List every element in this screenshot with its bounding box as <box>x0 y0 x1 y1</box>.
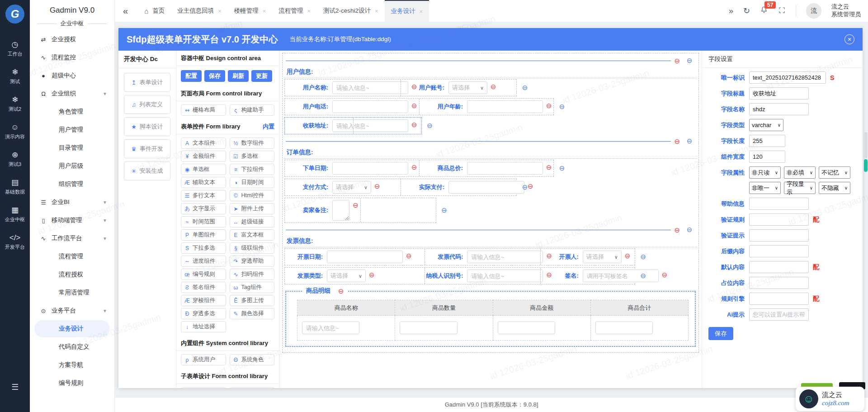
remove-field-icon[interactable]: ⊖ <box>406 252 412 259</box>
close-icon[interactable]: × <box>844 34 854 44</box>
sidebar-item-业务设计[interactable]: 业务设计 <box>34 320 110 337</box>
settings-input-字段标题[interactable] <box>749 87 809 99</box>
settings-input-占位内容[interactable] <box>749 277 809 289</box>
control-富文本框[interactable]: E富文本框 <box>230 229 275 241</box>
dev-button-脚本设计[interactable]: ★脚本设计 <box>124 117 170 136</box>
remove-row-icon[interactable]: ⊖ <box>559 103 565 111</box>
sidebar-item-企业BI[interactable]: ☰企业BI▼ <box>30 193 114 211</box>
field-input[interactable] <box>467 100 543 113</box>
settings-input-规则引擎[interactable] <box>749 293 809 305</box>
control-多选框[interactable]: ☑多选框 <box>230 151 275 162</box>
tab-业务设计[interactable]: 业务设计× <box>385 0 429 22</box>
sidebar-item-移动端管理[interactable]: ▯移动端管理▼ <box>30 211 114 229</box>
remove-field-icon[interactable]: ⊖ <box>411 164 417 170</box>
sidebar-item-代码自定义[interactable]: 代码自定义 <box>30 338 114 356</box>
refresh-icon[interactable]: ↻ <box>743 7 750 15</box>
scrollbar-thumb-accent[interactable] <box>864 159 868 172</box>
control-下拉组件[interactable]: ≡下拉组件 <box>230 164 275 175</box>
control-穿梭组件[interactable]: Æ穿梭组件 <box>181 295 226 306</box>
control-分组组件[interactable]: ς分组组件 <box>181 387 226 388</box>
remove-field-icon[interactable]: ⊖ <box>546 102 552 109</box>
tab-流程管理[interactable]: 流程管理× <box>272 0 317 22</box>
settings-input-默认内容[interactable] <box>749 261 809 273</box>
tabs-scroll-right-icon[interactable]: » <box>729 7 733 15</box>
sidebar-item-常用语管理[interactable]: 常用语管理 <box>30 284 114 302</box>
rail-item-0[interactable]: ◷工作台 <box>8 41 23 57</box>
settings-input-组件宽度[interactable] <box>749 151 785 163</box>
table-cell-input[interactable] <box>400 322 457 334</box>
attribute-select-字段显示[interactable]: 字段显示∨ <box>784 182 816 194</box>
remove-row-icon[interactable]: ⊖ <box>640 253 646 261</box>
user-avatar[interactable]: 流 <box>806 3 821 19</box>
control-文本组件[interactable]: A文本组件 <box>181 137 226 149</box>
tab-首页[interactable]: ⌂首页 <box>138 0 171 22</box>
control-金额组件[interactable]: ¥金额组件 <box>181 151 226 162</box>
tab-close-icon[interactable]: × <box>263 8 266 14</box>
rail-item-5[interactable]: ▤基础数据 <box>5 179 25 195</box>
field-input[interactable] <box>332 100 408 113</box>
control-多行文本[interactable]: ☰多行文本 <box>181 190 226 201</box>
dev-button-表单设计[interactable]: ↥表单设计 <box>124 73 170 92</box>
field-select[interactable]: 请选择∨ <box>327 270 366 282</box>
field-select[interactable]: 请选择∨ <box>332 181 371 194</box>
remove-row-icon[interactable]: ⊖ <box>687 57 693 65</box>
sidebar-item-企业授权[interactable]: ⇄企业授权 <box>30 30 114 48</box>
control-单图组件[interactable]: P单图组件 <box>181 229 226 241</box>
settings-input-唯一标识[interactable] <box>749 71 826 84</box>
sidebar-item-用户层级[interactable]: 用户层级 <box>30 157 114 175</box>
sidebar-item-超级中心[interactable]: ●超级中心 <box>30 66 114 85</box>
control-穿透帮助[interactable]: ↷穿透帮助 <box>230 256 275 267</box>
control-穿透多选[interactable]: Ð穿透多选 <box>181 308 226 319</box>
control-单选框[interactable]: ◉单选框 <box>181 164 226 175</box>
remove-field-icon[interactable]: ⊖ <box>546 164 552 170</box>
control-日期时间[interactable]: ◑日期时间 <box>230 177 275 188</box>
config-link[interactable]: 配 <box>813 263 820 271</box>
fullscreen-icon[interactable] <box>778 6 786 15</box>
attribute-select-不记忆[interactable]: 不记忆∨ <box>819 166 850 179</box>
remove-row-icon[interactable]: ⊖ <box>640 272 646 280</box>
app-logo[interactable]: G <box>5 5 24 24</box>
control-栅格布局[interactable]: ↭栅格布局 <box>181 104 226 116</box>
field-select[interactable]: 请选择∨ <box>583 251 622 263</box>
sidebar-item-企业组织[interactable]: Ω企业组织▼ <box>30 85 114 103</box>
control-多图上传[interactable]: Ê多图上传 <box>230 295 275 306</box>
settings-input-后缀内容[interactable] <box>749 245 809 257</box>
field-input[interactable] <box>327 251 403 263</box>
sidebar-item-工作流平台[interactable]: ∿工作流平台▼ <box>30 229 114 247</box>
dev-button-列表定义[interactable]: ♫列表定义 <box>124 95 170 114</box>
save-button[interactable]: 保存 <box>708 327 733 340</box>
remove-field-icon[interactable]: ⊖ <box>353 202 359 208</box>
field-input[interactable] <box>332 162 408 175</box>
action-button-配置[interactable]: 配置 <box>181 70 202 82</box>
control-Html控件[interactable]: ©Html控件 <box>230 190 275 201</box>
tabs-scroll-left-icon[interactable]: « <box>123 6 128 16</box>
control-构建助手[interactable]: ς构建助手 <box>230 104 275 116</box>
tab-close-icon[interactable]: × <box>307 8 311 14</box>
field-input[interactable] <box>467 162 543 175</box>
control-附件上传[interactable]: ➤附件上传 <box>230 203 275 214</box>
sidebar-item-组织管理[interactable]: 组织管理 <box>30 175 114 193</box>
notifications-bell-icon[interactable]: 57 <box>760 6 768 16</box>
dev-button-安装生成[interactable]: ✳安装生成 <box>124 161 170 180</box>
control-系统用户[interactable]: ρ系统用户 <box>181 354 226 365</box>
rail-item-7[interactable]: </>开发平台 <box>5 234 25 251</box>
config-link[interactable]: 配 <box>813 215 820 224</box>
sidebar-item-业务平台[interactable]: ⊙业务平台▼ <box>30 302 114 320</box>
rail-item-6[interactable]: ▦企业中枢 <box>5 206 25 223</box>
tab-close-icon[interactable]: × <box>218 8 222 14</box>
scrollbar-thumb[interactable] <box>864 132 868 158</box>
sidebar-item-角色管理[interactable]: 角色管理 <box>30 103 114 121</box>
action-button-保存[interactable]: 保存 <box>204 70 225 82</box>
rail-item-1[interactable]: ❄测试 <box>10 68 20 85</box>
remove-field-icon[interactable]: ⊖ <box>374 183 380 189</box>
settings-select-字段类型[interactable]: varchar∨ <box>749 119 783 131</box>
control-Tag组件[interactable]: ωTag组件 <box>230 282 275 293</box>
control-文字显示[interactable]: あ文字显示 <box>181 203 226 214</box>
control-追加附件[interactable]: Ƨ追加附件 <box>230 387 275 388</box>
tab-close-icon[interactable]: × <box>375 8 378 14</box>
rail-item-3[interactable]: ☺演示内容 <box>5 123 25 140</box>
control-颜色选择[interactable]: ✎颜色选择 <box>230 308 275 319</box>
remove-row-icon[interactable]: ⊖ <box>687 226 693 234</box>
field-input[interactable] <box>467 251 543 263</box>
control-下拉多选[interactable]: S下拉多选 <box>181 242 226 254</box>
